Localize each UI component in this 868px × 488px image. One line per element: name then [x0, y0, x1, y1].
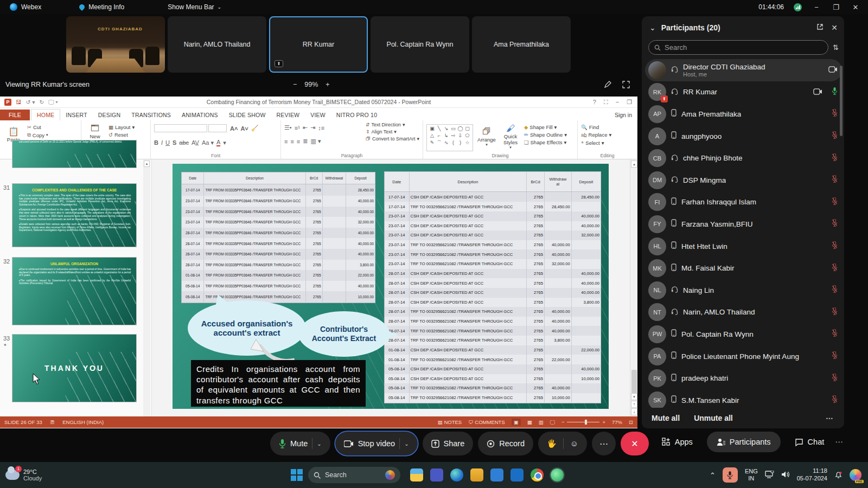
change-case-button[interactable]: Aa ▾ — [202, 139, 214, 146]
ribbon-tab-slide-show[interactable]: SLIDE SHOW — [224, 110, 271, 120]
mute-all-button[interactable]: Mute all — [652, 414, 680, 422]
view-sorter-button[interactable]: ▦ — [527, 419, 532, 425]
convert-smartart-button[interactable]: 🗇Convert to SmartArt ▾ — [366, 136, 419, 142]
taskbar-app-teams[interactable] — [430, 468, 443, 481]
thumbnail-scrollbar[interactable]: ▲ — [143, 159, 150, 416]
language-indicator[interactable]: ENGIN — [745, 468, 758, 482]
taskbar-app-outlook[interactable] — [510, 468, 524, 481]
increase-indent-button[interactable]: ⇥ — [310, 124, 315, 131]
taskbar-app-chrome[interactable] — [531, 468, 544, 481]
participant-row[interactable]: RK⬆RR Kumar — [645, 81, 842, 104]
shrink-font-button[interactable]: A˅ — [240, 125, 248, 132]
taskbar-app-explorer[interactable] — [410, 468, 423, 481]
view-slideshow-button[interactable]: 🖵 — [550, 419, 555, 426]
popout-panel-icon[interactable] — [816, 23, 824, 32]
stop-video-button[interactable]: Stop video⌄ — [335, 432, 418, 455]
ppt-minimize-button[interactable]: − — [616, 99, 619, 106]
cast-icon[interactable] — [765, 471, 774, 479]
share-button[interactable]: Share — [423, 432, 474, 455]
undo-button[interactable]: ↺ ▾ — [26, 99, 35, 105]
restore-button[interactable]: ❐ — [831, 3, 841, 11]
participant-row[interactable]: MKMd. Faisal Kabir — [645, 257, 842, 279]
slide-scrollbar[interactable]: ▲ ▼ ⇡ ⇣ — [630, 159, 637, 416]
layout-button[interactable]: ▦Layout ▾ — [108, 124, 137, 130]
align-text-button[interactable]: ⇕Align Text ▾ — [366, 129, 419, 134]
participant-row[interactable]: PAPolice Lieutenant Phone Myint Aung — [645, 345, 842, 368]
mute-options-chevron[interactable]: ⌄ — [317, 441, 321, 447]
ribbon-tab-nitro-pro-10[interactable]: NITRO PRO 10 — [331, 110, 382, 120]
weather-widget[interactable]: 1 29°CCloudy — [0, 468, 65, 481]
next-slide-button[interactable]: ⇣ — [631, 408, 637, 415]
ribbon-options-button[interactable]: ⛶ — [604, 99, 608, 106]
shape-outline-button[interactable]: ✏Shape Outline ▾ — [524, 132, 567, 138]
start-button[interactable] — [291, 469, 303, 481]
panel-more-button[interactable]: ⋯ — [835, 438, 844, 446]
participant-row[interactable]: PWPol. Captain Ra Wynn — [645, 323, 842, 345]
participant-row[interactable]: Aaungphyooo — [645, 125, 842, 147]
line-spacing-button[interactable]: ↕≡ — [318, 125, 324, 131]
redo-button[interactable]: ↻ — [40, 99, 44, 105]
scrollbar-thumb[interactable] — [631, 370, 637, 395]
taskbar-app-store[interactable] — [490, 468, 503, 481]
notes-button[interactable]: ▤ NOTES — [438, 419, 462, 425]
slide-thumbnail-32[interactable]: UNLAWFUL ORGANIZATIONDue to continued in… — [12, 257, 137, 325]
taskbar-search[interactable]: Search — [308, 467, 400, 483]
sort-participants-icon[interactable]: ⇅ — [833, 43, 839, 52]
sign-in-link[interactable]: Sign in — [615, 112, 632, 118]
ribbon-tab-review[interactable]: REVIEW — [271, 110, 305, 120]
chat-button[interactable]: Chat — [795, 438, 825, 446]
ribbon-tab-home[interactable]: HOME — [31, 109, 60, 120]
spellcheck-icon[interactable]: 🖹 — [50, 419, 55, 425]
ribbon-tab-view[interactable]: VIEW — [305, 110, 331, 120]
zoom-slider[interactable]: −+ — [561, 419, 605, 425]
quick-styles-button[interactable]: 🖌Quick Styles▾ — [500, 122, 521, 151]
numbering-button[interactable]: ≡¹ — [295, 125, 300, 131]
previous-slide-button[interactable]: ⇡ — [631, 401, 637, 408]
align-right-button[interactable]: ≡ — [297, 138, 300, 145]
notification-bell-icon[interactable] — [834, 471, 843, 480]
help-button[interactable]: ? — [593, 99, 596, 106]
underline-button[interactable]: U — [165, 139, 170, 146]
strikethrough-button[interactable]: abc — [179, 139, 189, 146]
ribbon-tab-insert[interactable]: INSERT — [60, 110, 93, 120]
taskbar-app-folder[interactable] — [470, 468, 483, 481]
ribbon-tab-transitions[interactable]: TRANSITIONS — [126, 110, 176, 120]
close-button[interactable]: ✕ — [851, 3, 860, 11]
arrange-button[interactable]: 🗇Arrange▾ — [476, 122, 497, 151]
meeting-info-button[interactable]: Meeting Info — [88, 3, 124, 11]
bold-button[interactable]: B — [154, 139, 158, 146]
close-panel-icon[interactable]: ✕ — [831, 23, 838, 32]
participant-search-input[interactable]: Search — [648, 40, 828, 55]
mic-in-use-indicator[interactable] — [723, 467, 738, 483]
record-button[interactable]: Record — [478, 432, 533, 455]
participant-row[interactable]: DMDSP Mingma — [645, 169, 842, 191]
slide-thumbnail-33[interactable]: THANK YOU — [12, 334, 137, 402]
zoom-out-button[interactable]: − — [293, 81, 297, 88]
emoji-button[interactable]: ☺ — [570, 439, 578, 448]
fit-slide-button[interactable]: ⊡ — [629, 419, 633, 425]
zoom-in-button[interactable]: + — [326, 81, 329, 88]
participants-tab-button[interactable]: Participants — [707, 432, 781, 452]
annotate-icon[interactable] — [604, 81, 611, 88]
participant-row[interactable]: NLNaing Lin — [645, 279, 842, 301]
text-direction-button[interactable]: ⇵Text Direction ▾ — [366, 122, 419, 127]
video-options-chevron[interactable]: ⌄ — [404, 441, 409, 447]
font-color-button[interactable]: A — [216, 139, 220, 146]
raise-hand-button[interactable]: 🖐 — [547, 439, 557, 448]
shapes-gallery[interactable]: ▣╲↘▭◯▢ △⌐↳⇨⇩⬠ ✎⌒∿()☆ — [426, 124, 473, 151]
shape-fill-button[interactable]: ◆Shape Fill ▾ — [524, 124, 567, 130]
volume-icon[interactable] — [781, 471, 790, 479]
select-button[interactable]: ⌖Select ▾ — [581, 139, 611, 146]
clear-formatting-button[interactable]: 🧹 — [251, 125, 259, 132]
comments-button[interactable]: 🗩 COMMENTS — [468, 419, 505, 425]
decrease-indent-button[interactable]: ⇤ — [303, 124, 308, 131]
video-tile[interactable]: RR Kumar⬆ — [269, 16, 368, 73]
align-center-button[interactable]: ≡ — [290, 138, 293, 145]
video-tile[interactable]: Narin, AMLO Thailand — [168, 16, 266, 73]
copy-button[interactable]: ⧉Copy▾ — [27, 132, 68, 138]
start-presentation-icon[interactable]: 🖵 ▾ — [48, 99, 58, 106]
more-options-button[interactable]: ⋯ — [592, 432, 616, 455]
language-indicator[interactable]: ENGLISH (INDIA) — [62, 419, 104, 425]
save-button[interactable]: 🖫 — [16, 99, 22, 105]
ribbon-tab-animations[interactable]: ANIMATIONS — [176, 110, 224, 120]
